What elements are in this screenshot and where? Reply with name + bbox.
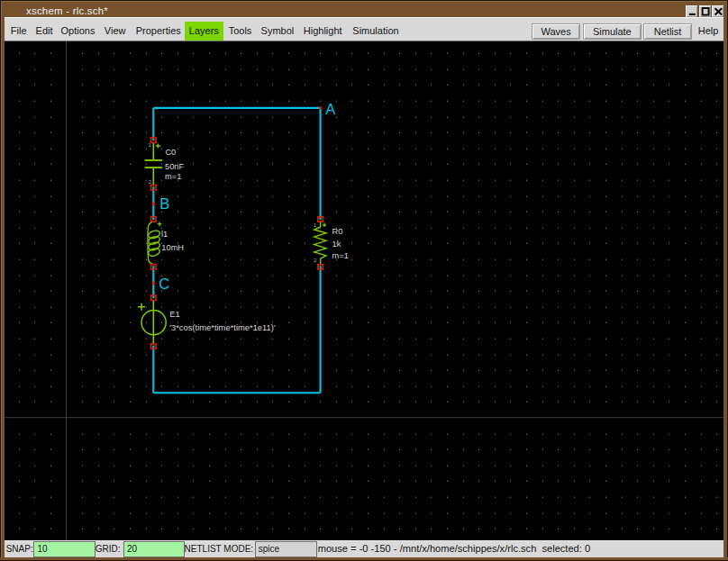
svg-text:50nF: 50nF — [165, 162, 184, 171]
svg-text:'3*cos(time*time*time*1e11)': '3*cos(time*time*time*1e11)' — [169, 323, 276, 333]
svg-text:E1: E1 — [169, 311, 179, 320]
svg-text:B: B — [159, 195, 169, 212]
svg-text:2: 2 — [314, 258, 316, 264]
svg-text:C: C — [159, 276, 169, 292]
svg-text:1k: 1k — [332, 240, 341, 249]
svg-text:m=1: m=1 — [332, 251, 349, 260]
svg-text:m=1: m=1 — [165, 172, 181, 181]
svg-text:C0: C0 — [165, 149, 176, 158]
svg-text:l1: l1 — [161, 230, 168, 239]
svg-text:R0: R0 — [332, 227, 343, 236]
svg-text:10mH: 10mH — [161, 244, 184, 253]
svg-text:1: 1 — [149, 143, 151, 149]
svg-text:A: A — [325, 102, 335, 118]
svg-text:1: 1 — [314, 222, 316, 228]
svg-text:2: 2 — [149, 179, 151, 185]
